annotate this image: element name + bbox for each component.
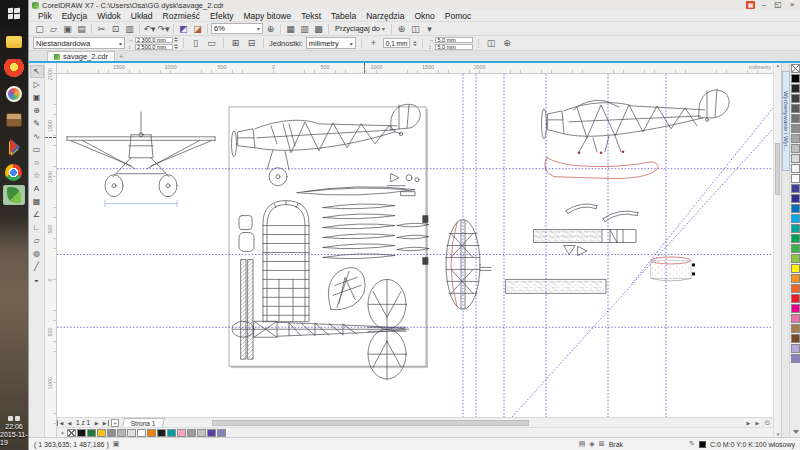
- corel-account-icon[interactable]: ▦: [746, 1, 755, 9]
- selected-object-drawing[interactable]: [651, 257, 695, 281]
- color-swatch[interactable]: [791, 94, 800, 103]
- rectangle-tool[interactable]: ▭: [30, 143, 44, 156]
- height-stepper[interactable]: [174, 44, 178, 49]
- color-swatch[interactable]: [791, 114, 800, 123]
- table-tool[interactable]: ▦: [30, 195, 44, 208]
- color-swatch[interactable]: [187, 429, 196, 437]
- chrome-icon[interactable]: [3, 159, 25, 179]
- last-page-button[interactable]: ▶: [101, 420, 109, 426]
- restore-button[interactable]: ◱: [773, 1, 783, 9]
- open-document-icon[interactable]: ▱: [47, 23, 60, 35]
- color-swatch[interactable]: [791, 274, 800, 283]
- new-document-tab-button[interactable]: +: [115, 52, 127, 61]
- document-tab[interactable]: savage_2.cdr: [47, 51, 115, 61]
- spar-bar-bottom-drawing[interactable]: [506, 279, 606, 293]
- color-swatch[interactable]: [791, 314, 800, 323]
- color-swatch[interactable]: [791, 184, 800, 193]
- scroll-right-end-icon[interactable]: ▶: [753, 420, 762, 426]
- document-info-icon[interactable]: ▤: [579, 440, 586, 448]
- portrait-button[interactable]: ▯: [189, 37, 202, 49]
- export-icon[interactable]: ◪: [191, 23, 204, 35]
- fullscreen-preview-icon[interactable]: ▦: [284, 23, 297, 35]
- red-sun-app-icon[interactable]: [3, 55, 25, 75]
- menu-item-pomoc[interactable]: Pomoc: [440, 11, 476, 21]
- menu-item-mapy-bitowe[interactable]: Mapy bitowe: [239, 11, 297, 21]
- dimension-tool[interactable]: ∠: [30, 208, 44, 221]
- vertical-ruler[interactable]: 20001500100050005001000: [45, 63, 57, 437]
- start-button[interactable]: [0, 0, 28, 26]
- color-proof-icon[interactable]: ◈: [589, 440, 594, 448]
- horizontal-ruler[interactable]: 150010005000500100015002000 milimetry: [57, 63, 773, 74]
- duplicate-y-field[interactable]: 5,0 mm: [435, 44, 473, 50]
- ellipse-tool[interactable]: ○: [30, 156, 44, 169]
- color-swatch[interactable]: [147, 429, 156, 437]
- next-page-button[interactable]: ▶: [92, 420, 101, 426]
- undo-icon[interactable]: ↶▾: [143, 23, 156, 35]
- color-swatch[interactable]: [791, 174, 800, 183]
- page-height-field[interactable]: 2 500,0 mm: [135, 44, 173, 50]
- vertical-scrollbar-thumb[interactable]: [775, 143, 780, 195]
- launcher-caret-icon[interactable]: ▾: [423, 23, 436, 35]
- scroll-right-icon[interactable]: ▶: [744, 420, 753, 426]
- color-swatch[interactable]: [791, 214, 800, 223]
- paint-app-icon[interactable]: [3, 107, 25, 127]
- color-swatch[interactable]: [97, 429, 106, 437]
- color-swatch[interactable]: [791, 164, 800, 173]
- crop-tool[interactable]: ▣: [30, 91, 44, 104]
- connector-tool[interactable]: ∟: [30, 221, 44, 234]
- units-select[interactable]: milimetry ▾: [306, 37, 356, 49]
- spar-bar-top-drawing[interactable]: [534, 230, 636, 243]
- all-pages-button[interactable]: ⊞: [229, 37, 242, 49]
- import-icon[interactable]: ◩: [177, 23, 190, 35]
- duplicate-x-field[interactable]: 5,0 mm: [435, 37, 473, 43]
- pan-zoom-icon[interactable]: ⊙: [762, 419, 773, 427]
- front-view-drawing[interactable]: [67, 112, 215, 207]
- zoom-tool[interactable]: ⊕: [30, 104, 44, 117]
- color-swatch[interactable]: [107, 429, 116, 437]
- nudge-stepper[interactable]: [413, 41, 417, 46]
- selection-handle[interactable]: [692, 272, 695, 275]
- nudge-field[interactable]: 0,1 mm: [383, 38, 411, 48]
- vertical-scrollbar[interactable]: ▲ ▼: [773, 63, 781, 437]
- zoom-once-icon[interactable]: ⊕: [264, 23, 277, 35]
- freehand-tool[interactable]: ✎: [30, 117, 44, 130]
- coreldraw-taskbar-icon[interactable]: [3, 185, 25, 205]
- color-swatch[interactable]: [157, 429, 166, 437]
- prev-page-button[interactable]: ◀: [65, 420, 74, 426]
- show-rulers-icon[interactable]: ▥: [298, 23, 311, 35]
- palette-flyout-icon[interactable]: ▾: [59, 430, 66, 436]
- copy-icon[interactable]: ⊡: [109, 23, 122, 35]
- text-tool[interactable]: A: [30, 182, 44, 195]
- menu-item-narz-dzia[interactable]: Narzędzia: [361, 11, 409, 21]
- paste-icon[interactable]: ▥: [123, 23, 136, 35]
- color-swatch[interactable]: [791, 324, 800, 333]
- media-app-icon[interactable]: [3, 133, 25, 153]
- color-swatch[interactable]: [791, 154, 800, 163]
- color-swatch[interactable]: [791, 234, 800, 243]
- color-swatch[interactable]: [791, 344, 800, 353]
- application-launcher-icon[interactable]: ◫: [409, 23, 422, 35]
- color-swatch[interactable]: [791, 294, 800, 303]
- save-document-icon[interactable]: ▣: [61, 23, 74, 35]
- menu-item-plik[interactable]: Plik: [33, 11, 57, 21]
- artistic-media-tool[interactable]: ∿: [30, 130, 44, 143]
- treat-as-filled-button[interactable]: ◫: [484, 37, 497, 49]
- color-swatch[interactable]: [791, 74, 800, 83]
- curved-strip-parts-drawing[interactable]: [566, 204, 638, 222]
- color-swatch[interactable]: [117, 429, 126, 437]
- horizontal-scrollbar-thumb[interactable]: [212, 420, 529, 426]
- color-swatch[interactable]: [791, 304, 800, 313]
- no-color-swatch[interactable]: [67, 429, 76, 437]
- cut-icon[interactable]: ✂: [95, 23, 108, 35]
- docker-tab-align-distribute[interactable]: Wyrównywanie i Wyr...: [782, 71, 790, 171]
- color-swatch[interactable]: [167, 429, 176, 437]
- color-swatch[interactable]: [87, 429, 96, 437]
- pick-tool[interactable]: ↖: [30, 65, 44, 78]
- no-color-swatch[interactable]: [791, 64, 800, 73]
- options-icon[interactable]: ⊛: [395, 23, 408, 35]
- menu-item-uk-ad[interactable]: Układ: [126, 11, 158, 21]
- shape-tool[interactable]: ▷: [30, 78, 44, 91]
- color-swatch[interactable]: [791, 254, 800, 263]
- color-swatch[interactable]: [791, 334, 800, 343]
- file-explorer-icon[interactable]: [3, 29, 25, 49]
